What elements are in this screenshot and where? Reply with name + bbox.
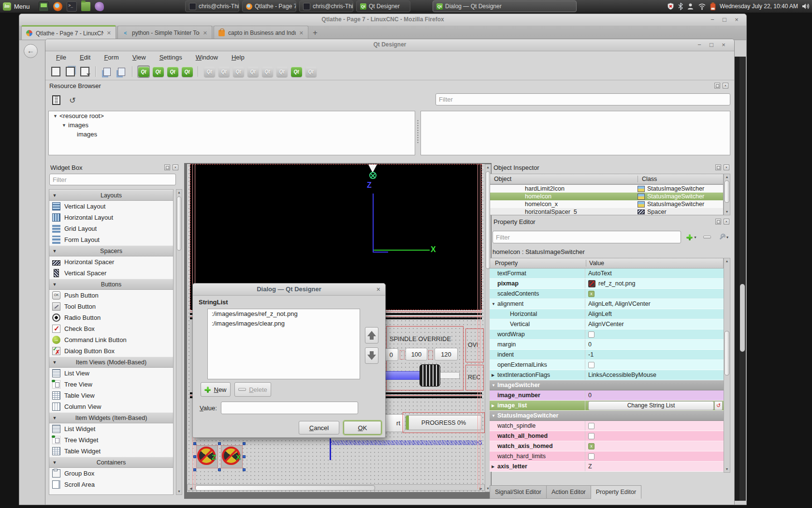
menu-help[interactable]: Help xyxy=(225,52,251,62)
firefox-scrollbar-thumb[interactable] xyxy=(740,284,745,352)
layout-grid-icon[interactable]: Qt xyxy=(276,65,288,78)
selection-handle[interactable] xyxy=(243,455,246,458)
taskbar-button[interactable]: QtDialog — Qt Designer xyxy=(433,0,577,12)
layout-vertical-icon[interactable]: Qt xyxy=(232,65,245,78)
tab-action-editor[interactable]: Action Editor xyxy=(547,485,591,499)
property-row-openExternalLinks[interactable]: openExternalLinks xyxy=(490,360,724,370)
property-row-Horizontal[interactable]: HorizontalAlignLeft xyxy=(490,309,724,319)
cancel-button[interactable]: Cancel xyxy=(299,421,339,434)
checkbox-unchecked[interactable] xyxy=(588,453,594,460)
selection-handle[interactable] xyxy=(218,442,221,445)
widget-horizontal-layout[interactable]: Horizontal Layout xyxy=(49,212,173,223)
property-row-watch_hard_limits[interactable]: watch_hard_limits xyxy=(490,451,724,462)
property-group-StatusImageSwitcher[interactable]: ▼StatusImageSwitcher xyxy=(490,411,724,421)
column-object[interactable]: Object xyxy=(490,176,638,182)
resource-filter-input[interactable] xyxy=(435,93,730,105)
taskbar-button[interactable]: chris@chris-ThinkPa... xyxy=(299,0,353,12)
menu-window[interactable]: Window xyxy=(189,52,225,62)
widget-push-button[interactable]: Push Button xyxy=(49,290,173,301)
checkbox-unchecked[interactable] xyxy=(588,331,594,338)
column-class[interactable]: Class xyxy=(638,176,657,182)
object-row-horizontalSpacer_5[interactable]: horizontalSpacer_5Spacer xyxy=(490,208,723,215)
volume-icon[interactable] xyxy=(802,2,810,10)
menu-edit[interactable]: Edit xyxy=(73,52,97,62)
property-row-image_number[interactable]: image_number0 xyxy=(490,390,724,401)
layout-horizontal-icon[interactable]: Qt xyxy=(218,65,230,78)
property-group-ImageSwitcher[interactable]: ▼ImageSwitcher xyxy=(490,380,724,390)
property-row-margin[interactable]: margin0 xyxy=(490,340,724,350)
close-dock-icon[interactable]: × xyxy=(724,219,729,224)
menu-button[interactable]: lm Menu xyxy=(0,0,35,13)
ok-button[interactable]: OK xyxy=(344,421,381,434)
selection-handle[interactable] xyxy=(243,468,246,471)
spindle-slider-handle[interactable] xyxy=(420,364,440,387)
object-row-homeIcon_x[interactable]: homeIcon_xStatusImageSwitcher xyxy=(490,200,723,208)
splitter-handle[interactable] xyxy=(417,120,419,144)
layout-form-icon[interactable]: Qt xyxy=(290,65,303,78)
move-up-button[interactable] xyxy=(365,327,378,344)
taskbar-button[interactable]: chris@chris-ThinkPa... xyxy=(185,0,239,12)
menu-settings[interactable]: Settings xyxy=(153,52,189,62)
property-row-watch_spindle[interactable]: watch_spindle xyxy=(490,421,724,431)
taskbar-button[interactable]: Qtlathe - Page 7 - Lin... xyxy=(242,0,296,12)
float-dock-icon[interactable] xyxy=(715,164,721,170)
menu-file[interactable]: File xyxy=(49,52,73,62)
copy-icon[interactable] xyxy=(101,65,113,78)
column-property[interactable]: Property xyxy=(490,260,586,267)
widget-vertical-spacer[interactable]: Vertical Spacer xyxy=(49,268,173,279)
wifi-icon[interactable] xyxy=(698,2,706,10)
move-down-button[interactable] xyxy=(365,347,378,364)
widget-scroll-area[interactable]: Scroll Area xyxy=(49,479,173,490)
maximize-icon[interactable]: □ xyxy=(721,16,728,23)
reload-icon[interactable]: ↺ xyxy=(68,95,77,105)
minimize-icon[interactable]: − xyxy=(709,16,716,23)
widget-horizontal-spacer[interactable]: Horizontal Spacer xyxy=(49,256,173,268)
terminal-icon[interactable] xyxy=(67,1,77,12)
close-tab-icon[interactable]: ✕ xyxy=(203,30,207,36)
value-input[interactable] xyxy=(221,402,358,414)
edit-tab-order-icon[interactable]: Qt xyxy=(181,65,193,78)
property-row-watch_axis_homed[interactable]: watch_axis_homedx xyxy=(490,441,724,451)
layout-vertical-splitter-icon[interactable]: Qt xyxy=(261,65,274,78)
adjust-size-icon[interactable]: Qt xyxy=(203,65,216,78)
selection-handle[interactable] xyxy=(193,455,196,458)
checkbox-unchecked[interactable] xyxy=(588,423,594,429)
mdi-horizontal-scrollbar[interactable]: ◀ ▶ xyxy=(187,484,485,491)
column-value[interactable]: Value xyxy=(586,260,604,267)
new-string-button[interactable]: New xyxy=(201,382,231,397)
close-tab-icon[interactable]: ✕ xyxy=(107,30,111,36)
widget-table-widget[interactable]: Table Widget xyxy=(49,446,173,457)
spindle-slider-groove[interactable] xyxy=(439,372,460,379)
widget-form-layout[interactable]: Form Layout xyxy=(49,234,173,245)
close-dock-icon[interactable]: × xyxy=(723,83,728,89)
firefox-scrollbar[interactable] xyxy=(740,57,745,501)
selection-handle[interactable] xyxy=(243,442,246,445)
new-form-icon[interactable] xyxy=(49,65,62,78)
save-form-icon[interactable] xyxy=(78,65,91,78)
resource-tree-item[interactable]: images xyxy=(49,130,415,139)
property-row-indent[interactable]: indent-1 xyxy=(490,350,724,360)
widget-dialog-button-box[interactable]: Dialog Button Box xyxy=(49,345,173,357)
widget-column-view[interactable]: Column View xyxy=(49,401,173,412)
menu-form[interactable]: Form xyxy=(97,52,125,62)
tab-signal-slot-editor[interactable]: Signal/Slot Editor xyxy=(490,485,547,499)
float-dock-icon[interactable] xyxy=(715,219,721,224)
user-icon[interactable] xyxy=(687,2,694,10)
object-inspector-scrollbar[interactable]: ▲ ▼ xyxy=(724,174,730,215)
firefox-titlebar[interactable]: Qtlathe - Page 7 - LinuxCNC - Mozilla Fi… xyxy=(19,14,746,26)
layout-horizontal-splitter-icon[interactable]: Qt xyxy=(246,65,259,78)
pidgin-icon[interactable] xyxy=(95,2,104,11)
property-filter-input[interactable] xyxy=(493,231,681,243)
property-row-alignment[interactable]: ▼alignmentAlignLeft, AlignVCenter xyxy=(490,299,724,309)
qt-titlebar[interactable]: Qt Designer −□× xyxy=(45,39,734,51)
widget-tree-widget[interactable]: Tree Widget xyxy=(49,434,173,446)
edit-widgets-icon[interactable]: Qt xyxy=(137,65,150,78)
clock[interactable]: Wednesday July 22, 10:40 AM xyxy=(720,3,798,10)
break-layout-icon[interactable]: Qt xyxy=(304,65,317,78)
widget-list-widget[interactable]: List Widget xyxy=(49,423,173,434)
firefox-tab[interactable]: Qtlathe - Page 7 - LinuxCNC✕ xyxy=(21,25,116,40)
property-row-textInteractionFlags[interactable]: ▶textInteractionFlagsLinksAccessibleByMo… xyxy=(490,370,724,380)
back-button[interactable]: ← xyxy=(24,44,38,58)
widget-grid-layout[interactable]: Grid Layout xyxy=(49,223,173,234)
property-row-textFormat[interactable]: textFormatAutoText xyxy=(490,269,724,279)
